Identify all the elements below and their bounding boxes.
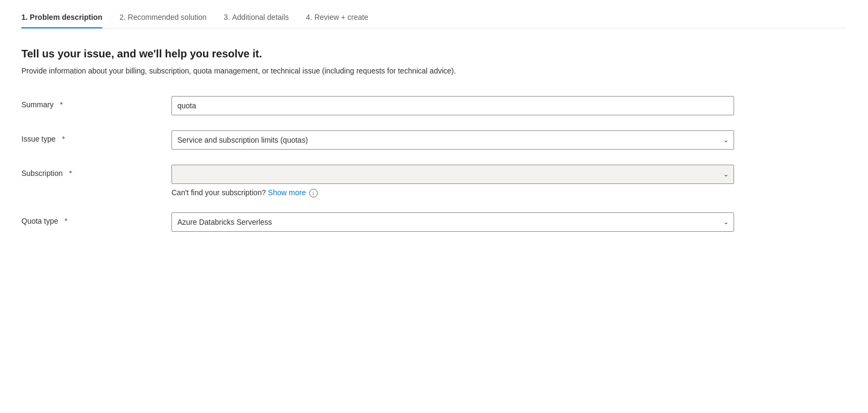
wizard-step-1[interactable]: 1. Problem description — [21, 13, 119, 28]
summary-row: Summary * — [21, 96, 772, 115]
quota-type-label: Quota type * — [21, 212, 171, 225]
wizard-step-4[interactable]: 4. Review + create — [306, 13, 385, 28]
quota-type-required: * — [64, 217, 67, 225]
subscription-required: * — [69, 169, 72, 178]
page-description: Provide information about your billing, … — [21, 65, 461, 77]
summary-control-wrapper — [171, 96, 734, 115]
wizard-step-3[interactable]: 3. Additional details — [224, 13, 306, 28]
wizard-step-2-text: Recommended solution — [128, 13, 207, 21]
subscription-control-wrapper: ⌄ Can't find your subscription? Show mor… — [171, 165, 734, 197]
issue-type-row: Issue type * Service and subscription li… — [21, 130, 772, 150]
quota-type-control-wrapper: Azure Databricks Serverless ⌄ — [171, 212, 734, 232]
wizard-step-1-label: 1 — [21, 13, 26, 21]
form-section: Summary * Issue type * Service and subsc… — [21, 96, 772, 232]
subscription-helper: Can't find your subscription? Show more … — [171, 188, 734, 197]
quota-type-select-wrapper: Azure Databricks Serverless ⌄ — [171, 212, 734, 232]
page-heading: Tell us your issue, and we'll help you r… — [21, 48, 847, 60]
info-icon[interactable]: i — [309, 189, 318, 197]
summary-label: Summary * — [21, 96, 171, 109]
subscription-label: Subscription * — [21, 165, 171, 178]
wizard-step-2-label: 2 — [119, 13, 124, 21]
issue-type-select[interactable]: Service and subscription limits (quotas) — [171, 130, 734, 150]
quota-type-select[interactable]: Azure Databricks Serverless — [171, 212, 734, 232]
issue-type-control-wrapper: Service and subscription limits (quotas)… — [171, 130, 734, 150]
main-content: Tell us your issue, and we'll help you r… — [21, 43, 847, 232]
wizard-step-4-text: Review + create — [315, 13, 369, 21]
subscription-select[interactable] — [171, 165, 734, 184]
show-more-link[interactable]: Show more — [268, 188, 306, 197]
wizard-step-2[interactable]: 2. Recommended solution — [119, 13, 224, 28]
wizard-step-1-text: Problem description — [30, 13, 102, 21]
subscription-row: Subscription * ⌄ Can't find your subscri… — [21, 165, 772, 197]
issue-type-select-wrapper: Service and subscription limits (quotas)… — [171, 130, 734, 150]
summary-required: * — [60, 100, 63, 109]
summary-input[interactable] — [171, 96, 734, 115]
wizard-step-3-label: 3 — [224, 13, 228, 21]
wizard-nav: 1. Problem description 2. Recommended so… — [21, 13, 847, 28]
subscription-select-wrapper: ⌄ — [171, 165, 734, 184]
issue-type-required: * — [62, 135, 65, 143]
issue-type-label: Issue type * — [21, 130, 171, 143]
quota-type-row: Quota type * Azure Databricks Serverless… — [21, 212, 772, 232]
cant-find-text: Can't find your subscription? — [171, 188, 266, 197]
wizard-step-4-label: 4 — [306, 13, 310, 21]
page-container: 1. Problem description 2. Recommended so… — [0, 0, 868, 245]
wizard-step-3-text: Additional details — [232, 13, 289, 21]
